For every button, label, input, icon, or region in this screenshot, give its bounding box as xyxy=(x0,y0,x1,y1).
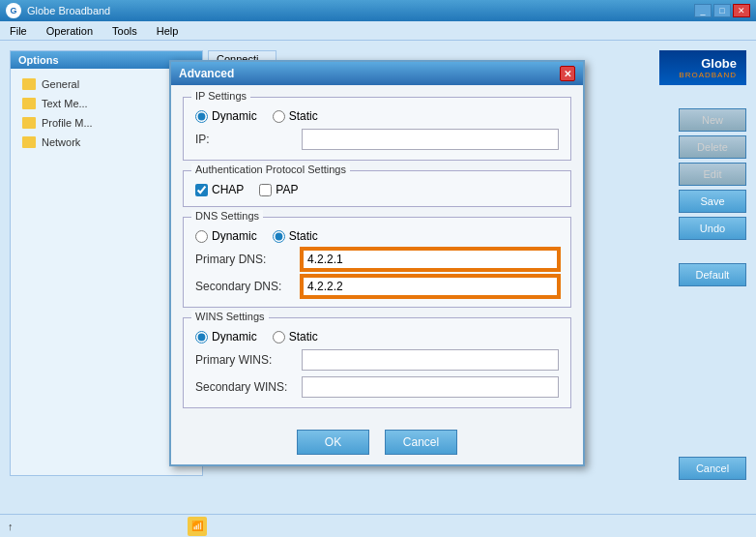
primary-dns-row: Primary DNS: xyxy=(195,249,559,270)
ip-dynamic-option[interactable]: Dynamic xyxy=(195,109,257,123)
options-item-general[interactable]: General xyxy=(18,76,194,92)
new-button[interactable]: New xyxy=(679,108,746,132)
options-item-profile[interactable]: Profile M... xyxy=(18,115,194,131)
ip-settings-section: IP Settings Dynamic Static IP: xyxy=(183,97,571,161)
ip-label: IP: xyxy=(195,133,302,146)
default-button[interactable]: Default xyxy=(679,263,746,286)
close-button[interactable]: ✕ xyxy=(733,4,750,17)
secondary-wins-row: Secondary WINS: xyxy=(195,376,559,398)
right-buttons: New Delete Edit Save Undo xyxy=(679,108,746,240)
globe-logo: Globe BROADBAND xyxy=(659,50,746,85)
ok-button[interactable]: OK xyxy=(297,430,369,455)
wins-radio-row: Dynamic Static xyxy=(195,330,559,343)
title-bar-controls: _ □ ✕ xyxy=(694,4,750,17)
menu-file[interactable]: File xyxy=(4,23,33,39)
folder-icon xyxy=(22,78,36,90)
chap-checkbox[interactable] xyxy=(195,184,208,196)
primary-wins-row: Primary WINS: xyxy=(195,349,559,371)
auth-settings-legend: Authentication Protocol Settings xyxy=(191,164,350,175)
primary-dns-label: Primary DNS: xyxy=(195,253,302,266)
cancel-button-area: Cancel xyxy=(679,457,746,480)
secondary-dns-input[interactable] xyxy=(302,276,559,297)
wins-static-label: Static xyxy=(289,330,318,343)
edit-button[interactable]: Edit xyxy=(679,163,746,186)
dialog-title-text: Advanced xyxy=(179,67,234,80)
status-text: ↑ xyxy=(8,521,14,532)
pap-option[interactable]: PAP xyxy=(259,183,298,196)
primary-wins-label: Primary WINS: xyxy=(195,353,302,367)
folder-icon-2 xyxy=(22,98,36,109)
app-icon: G xyxy=(6,3,21,18)
ip-dynamic-label: Dynamic xyxy=(212,109,257,123)
menu-bar: File Operation Tools Help xyxy=(0,21,756,41)
dns-static-option[interactable]: Static xyxy=(273,229,318,243)
delete-button[interactable]: Delete xyxy=(679,135,746,159)
dns-dynamic-option[interactable]: Dynamic xyxy=(195,229,257,243)
secondary-wins-label: Secondary WINS: xyxy=(195,380,302,394)
dialog-cancel-button[interactable]: Cancel xyxy=(385,430,457,455)
globe-name: Globe xyxy=(669,56,737,71)
pap-checkbox[interactable] xyxy=(259,184,272,196)
dialog-buttons: OK Cancel xyxy=(171,420,583,464)
dns-dynamic-label: Dynamic xyxy=(212,229,257,243)
folder-icon-3 xyxy=(22,117,36,129)
menu-tools[interactable]: Tools xyxy=(106,23,143,39)
wins-dynamic-option[interactable]: Dynamic xyxy=(195,330,257,343)
pap-label: PAP xyxy=(276,183,298,196)
app-area: Options General Text Me... Profile M... … xyxy=(0,41,756,514)
options-item-network[interactable]: Network xyxy=(18,134,194,150)
chap-label: CHAP xyxy=(212,183,244,196)
ip-input[interactable] xyxy=(302,129,559,150)
title-bar: G Globe Broadband _ □ ✕ xyxy=(0,0,756,21)
secondary-wins-input[interactable] xyxy=(302,376,559,398)
wins-static-option[interactable]: Static xyxy=(273,330,318,343)
dns-radio-row: Dynamic Static xyxy=(195,229,559,243)
wins-dynamic-label: Dynamic xyxy=(212,330,257,343)
primary-dns-input[interactable] xyxy=(302,249,559,270)
auth-settings-section: Authentication Protocol Settings CHAP PA… xyxy=(183,170,571,207)
secondary-dns-row: Secondary DNS: xyxy=(195,276,559,297)
undo-button[interactable]: Undo xyxy=(679,217,746,240)
ip-radio-row: Dynamic Static xyxy=(195,109,559,123)
default-button-area: Default xyxy=(679,263,746,286)
dns-dynamic-radio[interactable] xyxy=(195,230,208,243)
wins-dynamic-radio[interactable] xyxy=(195,331,208,343)
wins-static-radio[interactable] xyxy=(273,331,285,343)
maximize-button[interactable]: □ xyxy=(713,4,731,17)
menu-help[interactable]: Help xyxy=(151,23,185,39)
save-button[interactable]: Save xyxy=(679,190,746,213)
dns-settings-legend: DNS Settings xyxy=(191,210,263,222)
ip-settings-legend: IP Settings xyxy=(191,90,250,102)
ip-static-option[interactable]: Static xyxy=(273,109,318,123)
minimize-button[interactable]: _ xyxy=(694,4,712,17)
ip-static-radio[interactable] xyxy=(273,110,285,123)
wins-settings-legend: WINS Settings xyxy=(191,311,269,322)
ip-field-row: IP: xyxy=(195,129,559,150)
dialog-close-button[interactable]: ✕ xyxy=(560,66,575,81)
auth-checkbox-row: CHAP PAP xyxy=(195,183,559,196)
ip-static-label: Static xyxy=(289,109,318,123)
secondary-dns-label: Secondary DNS: xyxy=(195,280,302,293)
status-icon: 📶 xyxy=(188,517,207,536)
dialog-title-bar: Advanced ✕ xyxy=(171,62,583,85)
menu-operation[interactable]: Operation xyxy=(41,23,99,39)
chap-option[interactable]: CHAP xyxy=(195,183,244,196)
broadband-label: BROADBAND xyxy=(669,71,737,79)
status-bar: ↑ 📶 xyxy=(0,514,756,537)
dialog-content: IP Settings Dynamic Static IP: xyxy=(171,85,583,420)
dns-settings-section: DNS Settings Dynamic Static Primary DNS: xyxy=(183,217,571,308)
ip-dynamic-radio[interactable] xyxy=(195,110,208,123)
dns-static-radio[interactable] xyxy=(273,230,285,243)
folder-icon-4 xyxy=(22,136,36,148)
cancel-button[interactable]: Cancel xyxy=(679,457,746,480)
primary-wins-input[interactable] xyxy=(302,349,559,371)
title-bar-text: Globe Broadband xyxy=(27,5,688,16)
wins-settings-section: WINS Settings Dynamic Static Primary WIN… xyxy=(183,317,571,408)
options-item-textme[interactable]: Text Me... xyxy=(18,96,194,111)
advanced-dialog: Advanced ✕ IP Settings Dynamic Static xyxy=(169,60,585,466)
dns-static-label: Static xyxy=(289,229,318,243)
